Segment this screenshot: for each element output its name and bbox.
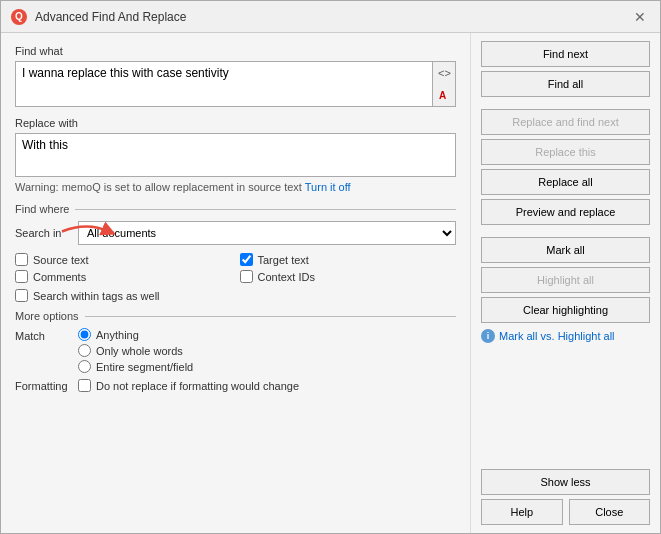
mark-vs-highlight-link[interactable]: Mark all vs. Highlight all [499,330,615,342]
source-text-row: Source text [15,253,232,266]
info-icon: i [481,329,495,343]
highlight-all-button[interactable]: Highlight all [481,267,650,293]
comments-label: Comments [33,271,86,283]
match-whole-words-label: Only whole words [96,345,183,357]
source-text-checkbox[interactable] [15,253,28,266]
search-in-row: Search in All documents [15,221,456,245]
find-what-label: Find what [15,45,456,57]
find-what-wrapper: I wanna replace this with case sentivity… [15,61,456,107]
match-label: Match [15,328,70,342]
find-all-button[interactable]: Find all [481,71,650,97]
left-panel: Find what I wanna replace this with case… [1,33,470,533]
match-anything-row: Anything [78,328,193,341]
find-where-divider: Find where [15,203,456,215]
match-whole-words-radio[interactable] [78,344,91,357]
match-radio-group: Anything Only whole words Entire segment… [78,328,193,373]
dialog-title: Advanced Find And Replace [35,10,186,24]
warning-text: Warning: memoQ is set to allow replaceme… [15,181,456,193]
target-text-checkbox[interactable] [240,253,253,266]
more-options-label: More options [15,310,79,322]
match-anything-radio[interactable] [78,328,91,341]
svg-text:<>: <> [438,67,451,79]
match-entire-segment-row: Entire segment/field [78,360,193,373]
arrow-indicator [57,220,117,247]
checkboxes-grid: Source text Target text Comments Context… [15,253,456,283]
match-entire-segment-radio[interactable] [78,360,91,373]
search-in-select[interactable]: All documents [78,221,456,245]
title-bar-left: Q Advanced Find And Replace [11,9,186,25]
formatting-checkbox[interactable] [78,379,91,392]
match-whole-words-row: Only whole words [78,344,193,357]
comments-row: Comments [15,270,232,283]
replace-with-input[interactable]: With this [15,133,456,177]
search-within-tags-checkbox[interactable] [15,289,28,302]
match-entire-segment-label: Entire segment/field [96,361,193,373]
more-options-divider: More options [15,310,456,322]
mark-all-button[interactable]: Mark all [481,237,650,263]
clear-highlighting-button[interactable]: Clear highlighting [481,297,650,323]
formatting-checkbox-label: Do not replace if formatting would chang… [96,380,299,392]
target-text-label: Target text [258,254,309,266]
app-icon: Q [11,9,27,25]
find-what-sidebar: <> A [433,61,456,107]
replace-with-row: Replace with With this Warning: memoQ is… [15,117,456,193]
target-text-row: Target text [240,253,457,266]
replace-this-button[interactable]: Replace this [481,139,650,165]
bottom-btn-row: Help Close [481,499,650,525]
formatting-label: Formatting [15,380,70,392]
replace-and-find-next-button[interactable]: Replace and find next [481,109,650,135]
dialog-content: Find what I wanna replace this with case… [1,33,660,533]
preview-and-replace-button[interactable]: Preview and replace [481,199,650,225]
find-where-line [75,209,456,210]
match-row: Match Anything Only whole words Entire s… [15,328,456,373]
right-panel: Find next Find all Replace and find next… [470,33,660,533]
formatting-row: Formatting Do not replace if formatting … [15,379,456,392]
replace-all-button[interactable]: Replace all [481,169,650,195]
match-anything-label: Anything [96,329,139,341]
help-button[interactable]: Help [481,499,563,525]
dialog: Q Advanced Find And Replace ✕ Find what … [0,0,661,534]
find-what-format-btn[interactable]: A [433,84,455,106]
formatting-checkbox-row: Do not replace if formatting would chang… [78,379,299,392]
find-next-button[interactable]: Find next [481,41,650,67]
find-what-row: Find what I wanna replace this with case… [15,45,456,107]
svg-text:A: A [439,90,446,101]
find-what-regex-btn[interactable]: <> [433,62,455,84]
find-what-input[interactable]: I wanna replace this with case sentivity [15,61,433,107]
close-button[interactable]: Close [569,499,651,525]
replace-with-wrapper: With this [15,133,456,177]
context-ids-label: Context IDs [258,271,315,283]
replace-with-label: Replace with [15,117,456,129]
title-bar: Q Advanced Find And Replace ✕ [1,1,660,33]
right-panel-bottom: Show less Help Close [481,469,650,525]
context-ids-row: Context IDs [240,270,457,283]
comments-checkbox[interactable] [15,270,28,283]
context-ids-checkbox[interactable] [240,270,253,283]
info-row: i Mark all vs. Highlight all [481,327,650,345]
dialog-close-button[interactable]: ✕ [630,7,650,27]
search-within-tags-label: Search within tags as well [33,290,160,302]
source-text-label: Source text [33,254,89,266]
show-less-button[interactable]: Show less [481,469,650,495]
search-within-tags-row: Search within tags as well [15,289,456,302]
find-where-label: Find where [15,203,69,215]
more-options-line [85,316,456,317]
turn-it-off-link[interactable]: Turn it off [305,181,351,193]
